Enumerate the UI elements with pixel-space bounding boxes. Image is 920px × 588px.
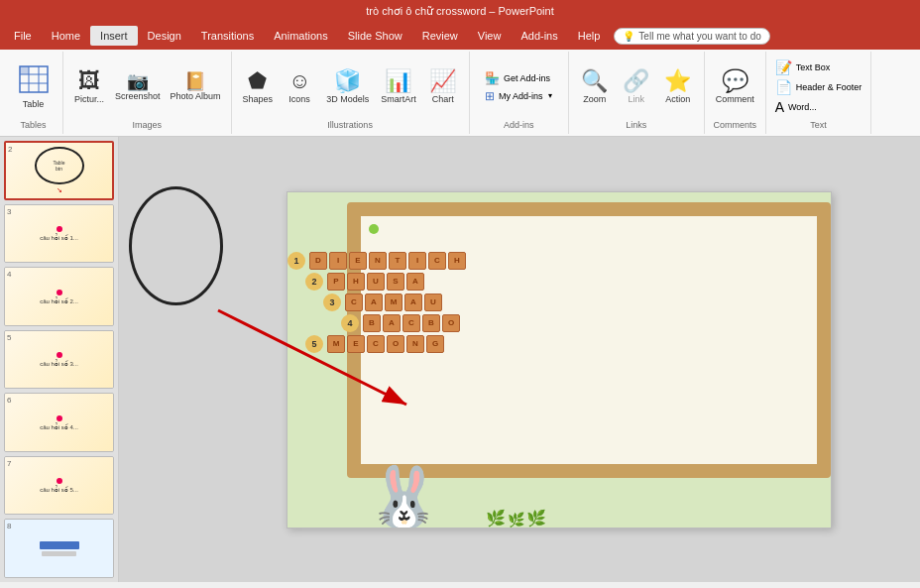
textbox-icon: 📝 [775, 59, 792, 75]
svg-rect-5 [20, 66, 29, 74]
slide-thumb-2[interactable]: 2 Tablebtn ↘ [4, 141, 114, 200]
tab-animations[interactable]: Animations [264, 26, 337, 46]
screenshot-icon: 📷 [127, 72, 149, 92]
search-bar[interactable]: 💡 Tell me what you want to do [614, 28, 769, 45]
icons-button[interactable]: ☺ Icons [280, 67, 319, 107]
title-text: trò chơi ô chữ crossword – PowerPoint [366, 5, 553, 18]
my-addins-button[interactable]: ⊞ My Add-ins ▾ [482, 88, 556, 104]
comment-button[interactable]: 💬 Comment [711, 67, 759, 107]
3d-models-label: 3D Models [326, 94, 369, 104]
group-text: 📝 Text Box 📄 Header & Footer A Word... T… [766, 52, 872, 134]
chart-icon: 📈 [429, 70, 456, 92]
shapes-button[interactable]: ⬟ Shapes [238, 67, 279, 107]
get-addins-label: Get Add-ins [504, 73, 550, 83]
text-group-label: Text [810, 118, 827, 130]
slide-thumb-5[interactable]: 5 câu hỏi số 3... [4, 330, 114, 390]
tab-design[interactable]: Design [138, 26, 191, 46]
comment-icon: 💬 [722, 70, 748, 92]
group-illustrations: ⬟ Shapes ☺ Icons 🧊 3D Models 📊 SmartArt … [232, 52, 470, 134]
tables-buttons: Table [14, 56, 54, 118]
main-area: 2 Tablebtn ↘ 3 câu hỏi số 1... 4 câu hỏi… [0, 137, 920, 582]
icons-icon: ☺ [288, 70, 310, 92]
header-footer-icon: 📄 [775, 79, 792, 95]
illustrations-buttons: ⬟ Shapes ☺ Icons 🧊 3D Models 📊 SmartArt … [238, 56, 463, 118]
pictures-label: Pictur... [74, 94, 104, 104]
photo-album-button[interactable]: 📔 Photo Album [167, 70, 225, 104]
screenshot-button[interactable]: 📷 Screenshot [111, 70, 165, 104]
comment-label: Comment [716, 94, 754, 104]
link-button[interactable]: 🔗 Link [617, 67, 656, 107]
tab-transitions[interactable]: Transitions [191, 26, 264, 46]
tab-file[interactable]: File [4, 26, 42, 46]
wordart-button[interactable]: A Word... [772, 98, 865, 116]
slide-thumb-8[interactable]: 8 [4, 519, 114, 578]
slide-content: 1 DIENTICH 2 PHUSA 3 CAMAU 4 BACBO [287, 191, 832, 529]
wordart-icon: A [775, 99, 784, 115]
group-links: 🔍 Zoom 🔗 Link ⭐ Action Links [569, 52, 705, 134]
table-button[interactable]: Table [14, 62, 54, 112]
slide-7-content: câu hỏi số 5... [5, 457, 113, 515]
tab-insert[interactable]: Insert [90, 26, 138, 46]
link-icon: 🔗 [623, 70, 649, 92]
slide-3-number: 3 [7, 207, 11, 216]
slide-2-content: Tablebtn ↘ [6, 143, 112, 198]
my-addins-icon: ⊞ [485, 89, 495, 103]
zoom-button[interactable]: 🔍 Zoom [575, 67, 615, 107]
zoom-label: Zoom [583, 94, 606, 104]
illustrations-group-label: Illustrations [327, 118, 373, 130]
group-addins: 🏪 Get Add-ins ⊞ My Add-ins ▾ Add-ins [470, 52, 569, 134]
search-icon: 💡 [623, 31, 634, 42]
slide-5-number: 5 [7, 333, 11, 342]
shapes-label: Shapes [243, 94, 274, 104]
action-button[interactable]: ⭐ Action [658, 67, 698, 107]
action-label: Action [665, 94, 690, 104]
header-footer-label: Header & Footer [796, 82, 862, 92]
images-group-label: Images [133, 118, 163, 130]
slide-thumb-4[interactable]: 4 câu hỏi số 2... [4, 267, 114, 326]
slide-canvas: 1 DIENTICH 2 PHUSA 3 CAMAU 4 BACBO [119, 137, 920, 582]
zoom-icon: 🔍 [581, 70, 608, 92]
group-comments: 💬 Comment Comments [705, 52, 766, 134]
tab-slideshow[interactable]: Slide Show [338, 26, 412, 46]
slide-6-number: 6 [7, 396, 11, 405]
table-label: Table [23, 99, 45, 109]
photo-album-label: Photo Album [171, 91, 221, 101]
link-label: Link [628, 94, 644, 104]
tables-group-label: Tables [20, 118, 46, 130]
get-addins-button[interactable]: 🏪 Get Add-ins [482, 70, 556, 86]
chart-label: Chart [432, 94, 454, 104]
slide-8-content [5, 520, 113, 577]
tab-home[interactable]: Home [42, 26, 90, 46]
textbox-button[interactable]: 📝 Text Box [772, 59, 865, 76]
smartart-button[interactable]: 📊 SmartArt [376, 67, 421, 107]
slide-7-number: 7 [7, 459, 11, 468]
my-addins-dropdown-icon: ▾ [548, 91, 552, 100]
pictures-button[interactable]: 🖼 Pictur... [69, 67, 109, 107]
tab-review[interactable]: Review [412, 26, 468, 46]
tab-help[interactable]: Help [568, 26, 611, 46]
slide-thumb-7[interactable]: 7 câu hỏi số 5... [4, 456, 114, 516]
table-icon [19, 65, 49, 97]
images-buttons: 🖼 Pictur... 📷 Screenshot 📔 Photo Album [69, 56, 225, 118]
chart-button[interactable]: 📈 Chart [423, 67, 463, 107]
photo-album-icon: 📔 [184, 72, 206, 92]
smartart-icon: 📊 [385, 70, 411, 92]
slide-4-content: câu hỏi số 2... [5, 268, 113, 325]
tab-view[interactable]: View [468, 26, 512, 46]
shapes-icon: ⬟ [248, 70, 267, 92]
search-label: Tell me what you want to do [638, 31, 760, 42]
slide-5-content: câu hỏi số 3... [5, 331, 113, 389]
header-footer-button[interactable]: 📄 Header & Footer [772, 78, 865, 96]
ribbon-content: Table Tables 🖼 Pictur... 📷 Screenshot 📔 … [0, 50, 920, 137]
3d-models-button[interactable]: 🧊 3D Models [321, 67, 374, 107]
slide-8-number: 8 [7, 522, 11, 530]
wordart-label: Word... [788, 102, 817, 112]
slide-2-number: 2 [8, 145, 12, 154]
tab-addins[interactable]: Add-ins [511, 26, 567, 46]
comments-group-label: Comments [713, 118, 756, 130]
slide-thumb-3[interactable]: 3 câu hỏi số 1... [4, 204, 114, 264]
smartart-label: SmartArt [381, 94, 416, 104]
ribbon-tabs: File Home Insert Design Transitions Anim… [0, 22, 920, 50]
slide-thumb-6[interactable]: 6 câu hỏi số 4... [4, 393, 114, 452]
textbox-label: Text Box [796, 62, 831, 72]
